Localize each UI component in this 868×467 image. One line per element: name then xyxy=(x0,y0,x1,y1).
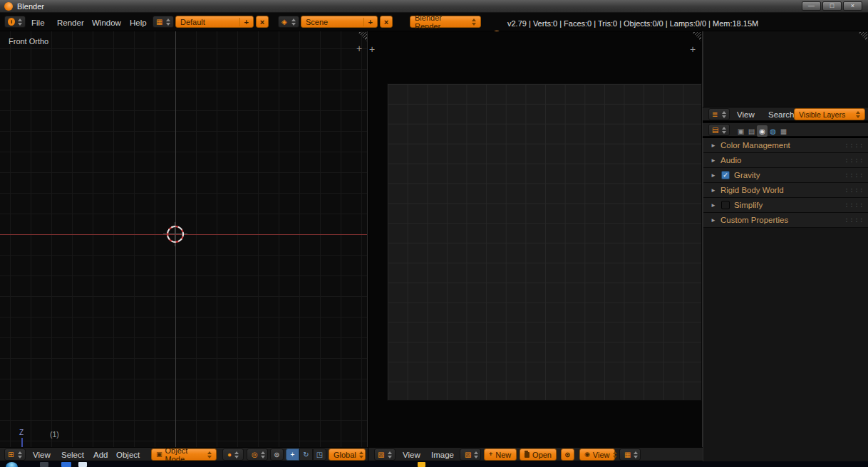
panel-grip[interactable]: :::: xyxy=(844,172,864,179)
render-layers-tab-icon[interactable]: ▤ xyxy=(746,125,757,137)
3d-viewport[interactable]: Front Ortho Z x (1) xyxy=(0,31,368,447)
windows-taskbar[interactable] xyxy=(0,461,868,467)
view3d-menu-view[interactable]: View xyxy=(33,451,51,459)
mode-dropdown[interactable]: ▣ Object Mode xyxy=(151,448,217,461)
image-editor-icon: ▨ xyxy=(378,451,384,458)
panel-audio[interactable]: ► Audio :::: xyxy=(703,153,868,168)
new-image-button[interactable]: + New xyxy=(484,448,517,461)
outliner-menu-search[interactable]: Search xyxy=(768,110,794,119)
pin-icon: ⊙ xyxy=(564,451,570,458)
editor-type-selector-3d-view[interactable]: ⊞ xyxy=(4,448,26,461)
image-browse-dropdown[interactable]: ▨ xyxy=(460,448,481,461)
collapse-arrow-icon: ► xyxy=(711,187,720,194)
properties-panel-list: ► Color Management :::: ► Audio :::: ► ✓… xyxy=(703,138,868,461)
scene-field[interactable]: Scene + xyxy=(301,16,378,28)
outliner-area[interactable] xyxy=(703,31,868,107)
screen-layout-icon-button[interactable]: ▦ xyxy=(153,16,174,28)
menu-help[interactable]: Help xyxy=(130,19,147,27)
outliner-menu-view[interactable]: View xyxy=(737,110,755,119)
maximize-button[interactable]: □ xyxy=(822,1,842,11)
rotate-manipulator-button[interactable]: ↻ xyxy=(299,448,313,461)
close-button[interactable]: × xyxy=(843,1,862,11)
image-menu-image[interactable]: Image xyxy=(431,451,454,459)
region-expand-handle[interactable]: + xyxy=(369,44,375,54)
start-button[interactable] xyxy=(6,462,18,467)
outliner-display-mode-dropdown[interactable]: Visible Layers xyxy=(794,108,865,120)
scene-icon-button[interactable]: ◈ xyxy=(278,16,299,28)
axis-z-label: Z xyxy=(19,429,24,436)
taskbar-icon[interactable] xyxy=(418,462,425,467)
dropdown-arrows-icon xyxy=(719,111,726,118)
scene-tab-icon[interactable]: ◉ xyxy=(757,125,768,137)
panel-grip[interactable]: :::: xyxy=(844,187,864,194)
region-expand-handle[interactable]: + xyxy=(356,43,362,53)
collapse-arrow-icon: ► xyxy=(711,202,720,209)
panel-grip[interactable]: :::: xyxy=(844,216,864,224)
panel-grip[interactable]: :::: xyxy=(844,201,864,209)
panel-custom-properties[interactable]: ► Custom Properties :::: xyxy=(703,213,868,228)
uv-grid xyxy=(387,83,702,401)
texture-tab-icon[interactable]: ▦ xyxy=(778,125,789,137)
add-scene-button[interactable]: + xyxy=(363,18,373,26)
viewport-shading-dropdown[interactable]: ● xyxy=(222,448,244,461)
pivot-point-dropdown[interactable]: ◎ xyxy=(247,448,268,461)
scene-stats-text: v2.79 | Verts:0 | Faces:0 | Tris:0 | Obj… xyxy=(507,19,758,28)
render-engine-value: Blender Render xyxy=(415,14,469,31)
scene-icon: ◈ xyxy=(281,19,287,26)
window-titlebar[interactable]: Blender — □ × xyxy=(0,0,868,13)
view3d-menu-select[interactable]: Select xyxy=(61,451,84,459)
manipulate-origins-toggle[interactable]: ⊙ xyxy=(270,448,284,461)
layout-icon: ▦ xyxy=(156,19,162,26)
dropdown-arrows-icon xyxy=(719,127,726,134)
render-tab-icon[interactable]: ▣ xyxy=(735,125,746,137)
image-mode-value: View xyxy=(593,451,610,459)
screen-layout-field[interactable]: Default + xyxy=(175,16,254,28)
editor-type-selector-properties[interactable]: ▤ xyxy=(708,124,730,136)
panel-gravity[interactable]: ► ✓ Gravity :::: xyxy=(703,168,868,183)
view3d-editor-icon: ⊞ xyxy=(8,451,14,458)
display-grid-icon: ▦ xyxy=(624,451,631,458)
image-mode-dropdown[interactable]: ◉ View xyxy=(579,448,615,461)
menu-render[interactable]: Render xyxy=(57,19,84,27)
scale-manipulator-button[interactable]: ◳ xyxy=(313,448,326,461)
delete-screen-layout-button[interactable]: × xyxy=(256,16,269,28)
uv-image-editor[interactable] xyxy=(368,31,703,447)
taskbar-icon[interactable] xyxy=(78,462,87,467)
object-mode-icon: ▣ xyxy=(156,451,162,458)
editor-type-selector-info[interactable]: i xyxy=(4,16,26,28)
panel-color-management[interactable]: ► Color Management :::: xyxy=(703,138,868,153)
world-tab-icon[interactable]: ◍ xyxy=(768,125,778,137)
3d-cursor xyxy=(167,226,184,243)
add-screen-layout-button[interactable]: + xyxy=(239,18,249,26)
orientation-dropdown[interactable]: Global xyxy=(329,448,366,461)
menu-window[interactable]: Window xyxy=(92,19,121,27)
minimize-button[interactable]: — xyxy=(802,1,821,11)
window-controls: — □ × xyxy=(802,1,865,11)
taskbar-icon[interactable] xyxy=(61,462,71,467)
view3d-menu-add[interactable]: Add xyxy=(93,451,108,459)
translate-manipulator-button[interactable]: + xyxy=(286,448,299,461)
collapse-arrow-icon: ► xyxy=(711,157,720,164)
menu-file[interactable]: File xyxy=(31,19,45,27)
panel-rigid-body-world[interactable]: ► Rigid Body World :::: xyxy=(703,183,868,198)
orientation-value: Global xyxy=(334,451,356,459)
panel-simplify[interactable]: ► Simplify :::: xyxy=(703,198,868,213)
manipulator-toggle-group: + ↻ ◳ xyxy=(286,448,326,461)
open-image-button[interactable]: Open xyxy=(520,448,557,461)
editor-type-selector-image[interactable]: ▨ xyxy=(374,448,396,461)
pin-toggle-button[interactable]: ⊙ xyxy=(561,448,574,461)
panel-grip[interactable]: :::: xyxy=(844,157,864,164)
display-settings-dropdown[interactable]: ▦ xyxy=(619,448,641,461)
view3d-menu-object[interactable]: Object xyxy=(116,451,140,459)
gravity-checkbox[interactable]: ✓ xyxy=(721,171,730,179)
panel-grip[interactable]: :::: xyxy=(844,142,864,149)
mode-value: Object Mode xyxy=(165,446,205,463)
editor-type-selector-outliner[interactable]: ≣ xyxy=(708,108,730,120)
image-menu-view[interactable]: View xyxy=(403,451,420,459)
taskbar-icon[interactable] xyxy=(40,462,48,467)
simplify-checkbox[interactable] xyxy=(721,201,730,209)
region-expand-handle[interactable]: + xyxy=(690,44,696,54)
render-engine-dropdown[interactable]: Blender Render xyxy=(410,16,481,28)
delete-scene-button[interactable]: × xyxy=(380,16,393,28)
scene-value: Scene xyxy=(306,18,328,26)
